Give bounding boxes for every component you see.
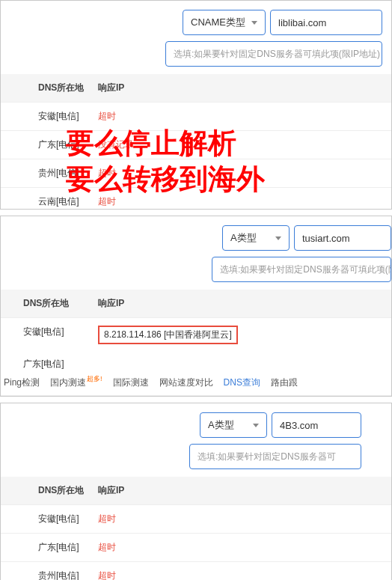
dns-server-input[interactable]: 选填:如果要针对固定DNS服务器可填此项(限IP地: [212, 257, 391, 282]
table-row: 贵州[电信] 超时: [1, 159, 391, 187]
record-type-value: A类型: [208, 418, 234, 432]
ip-cell: 超时: [91, 167, 391, 180]
location-cell: 贵州[电信]: [1, 167, 91, 180]
ip-cell: 8.218.114.186 [中国香港阿里云]: [91, 326, 391, 344]
domain-input[interactable]: tusiart.com: [294, 225, 391, 251]
chevron-down-icon: [251, 21, 257, 25]
table-header: DNS所在地 响应IP: [1, 290, 391, 317]
domain-value: tusiart.com: [302, 233, 350, 244]
location-cell: 安徽[电信]: [1, 513, 91, 525]
table-row: 云南[电信] 超时: [1, 187, 391, 210]
tab-intl[interactable]: 国际测速: [113, 376, 149, 389]
truncated-row: 广东[电信]: [1, 352, 391, 370]
domain-value: liblibai.com: [278, 17, 326, 28]
tab-domestic[interactable]: 国内测速超多!: [50, 376, 102, 389]
tab-ping[interactable]: Ping检测: [4, 376, 40, 389]
location-cell: 广东[电信]: [1, 138, 91, 151]
table-row: 安徽[电信] 超时: [1, 102, 391, 130]
header-response-ip: 响应IP: [91, 484, 391, 497]
table-row: 广东[电信] 超时: [1, 533, 391, 561]
table-row: 广东[电信] 没有记录: [1, 130, 391, 159]
location-cell: 安徽[电信]: [1, 326, 91, 344]
location-cell: 广东[电信]: [1, 541, 91, 554]
table-header: DNS所在地 响应IP: [1, 74, 391, 102]
hint-row: 选填:如果要针对固定DNS服务器可: [1, 444, 391, 477]
record-type-select[interactable]: A类型: [222, 225, 290, 251]
header-location: DNS所在地: [1, 484, 91, 497]
record-type-value: CNAME类型: [191, 16, 245, 29]
query-row: CNAME类型 liblibai.com: [1, 1, 391, 41]
table-row: 安徽[电信] 超时: [1, 504, 391, 533]
query-row: A类型 4B3.com: [1, 403, 391, 444]
record-type-value: A类型: [230, 231, 257, 245]
table-header: DNS所在地 响应IP: [1, 477, 391, 504]
ip-cell: 没有记录: [91, 138, 391, 151]
dns-panel-2: A类型 tusiart.com 选填:如果要针对固定DNS服务器可填此项(限IP…: [0, 216, 392, 397]
record-type-select[interactable]: A类型: [200, 412, 267, 438]
tab-speed-compare[interactable]: 网站速度对比: [159, 376, 213, 389]
domain-input[interactable]: liblibai.com: [270, 10, 382, 35]
hint-placeholder: 选填:如果要针对固定DNS服务器可填此项(限IP地: [220, 263, 391, 276]
domain-input[interactable]: 4B3.com: [272, 412, 361, 438]
tab-domestic-label: 国内测速: [50, 377, 86, 388]
ip-cell: 超时: [91, 195, 391, 208]
header-location: DNS所在地: [1, 297, 91, 310]
ip-cell: 超时: [91, 110, 391, 123]
tabs-row: Ping检测 国内测速超多! 国际测速 网站速度对比 DNS查询 路由跟: [1, 370, 391, 396]
dns-panel-3: A类型 4B3.com 选填:如果要针对固定DNS服务器可 DNS所在地 响应I…: [0, 403, 392, 580]
badge-hot: 超多!: [87, 375, 102, 382]
hint-row: 选填:如果要针对固定DNS服务器可填此项(限IP地: [1, 257, 391, 290]
query-row: A类型 tusiart.com: [1, 216, 391, 257]
chevron-down-icon: [253, 424, 259, 427]
chevron-down-icon: [275, 236, 281, 240]
dns-server-input[interactable]: 选填:如果要针对固定DNS服务器可填此项(限IP地址): [165, 41, 382, 67]
hint-row: 选填:如果要针对固定DNS服务器可填此项(限IP地址): [1, 41, 391, 74]
hint-placeholder: 选填:如果要针对固定DNS服务器可: [197, 451, 336, 463]
ip-cell: 超时: [91, 513, 391, 525]
location-cell: 云南[电信]: [1, 195, 91, 208]
header-response-ip: 响应IP: [91, 297, 391, 310]
hint-placeholder: 选填:如果要针对固定DNS服务器可填此项(限IP地址): [174, 48, 380, 61]
header-response-ip: 响应IP: [91, 82, 391, 94]
tab-route-trace[interactable]: 路由跟: [271, 376, 298, 389]
ip-cell: 超时: [91, 570, 391, 580]
ip-highlight: 8.218.114.186 [中国香港阿里云]: [98, 326, 238, 344]
header-location: DNS所在地: [1, 82, 91, 94]
dns-panel-1: CNAME类型 liblibai.com 选填:如果要针对固定DNS服务器可填此…: [0, 0, 392, 210]
record-type-select[interactable]: CNAME类型: [183, 10, 266, 35]
location-cell: 贵州[电信]: [1, 570, 91, 580]
domain-value: 4B3.com: [280, 420, 318, 431]
table-row: 贵州[电信] 超时: [1, 561, 391, 580]
ip-cell: 超时: [91, 541, 391, 554]
tab-dns-query[interactable]: DNS查询: [224, 376, 260, 389]
location-cell: 安徽[电信]: [1, 110, 91, 123]
dns-server-input[interactable]: 选填:如果要针对固定DNS服务器可: [189, 444, 361, 469]
table-row: 安徽[电信] 8.218.114.186 [中国香港阿里云]: [1, 317, 391, 352]
